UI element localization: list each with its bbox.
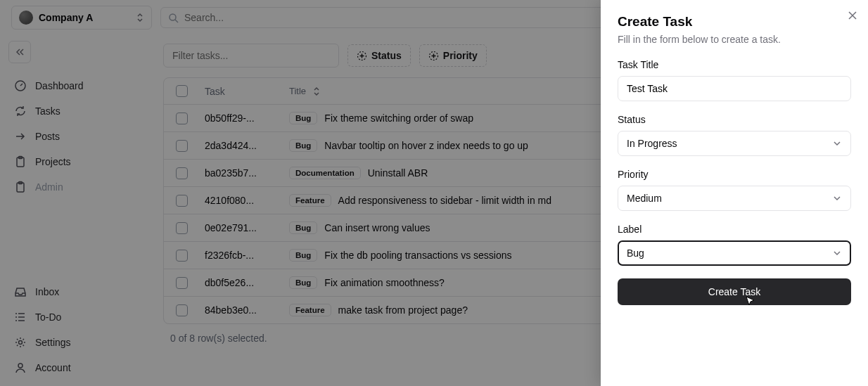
create-task-button[interactable]: Create Task (618, 278, 851, 305)
chevron-down-icon (832, 193, 842, 203)
close-drawer-button[interactable] (847, 10, 858, 21)
drawer-title: Create Task (618, 14, 851, 30)
priority-label: Priority (618, 169, 851, 180)
close-icon (847, 10, 858, 21)
chevron-down-icon (832, 248, 842, 258)
priority-value: Medium (627, 193, 662, 204)
task-title-label: Task Title (618, 59, 851, 70)
task-title-input[interactable] (618, 76, 851, 101)
label-select[interactable]: Bug (618, 240, 851, 266)
status-label: Status (618, 114, 851, 125)
chevron-down-icon (832, 139, 842, 148)
status-select[interactable]: In Progress (618, 131, 851, 156)
priority-select[interactable]: Medium (618, 186, 851, 211)
create-task-drawer: Create Task Fill in the form below to cr… (601, 0, 868, 386)
drawer-subtitle: Fill in the form below to create a task. (618, 34, 851, 45)
status-value: In Progress (627, 138, 677, 149)
label-label: Label (618, 224, 851, 235)
cursor-icon (746, 296, 755, 307)
label-value: Bug (627, 247, 644, 259)
